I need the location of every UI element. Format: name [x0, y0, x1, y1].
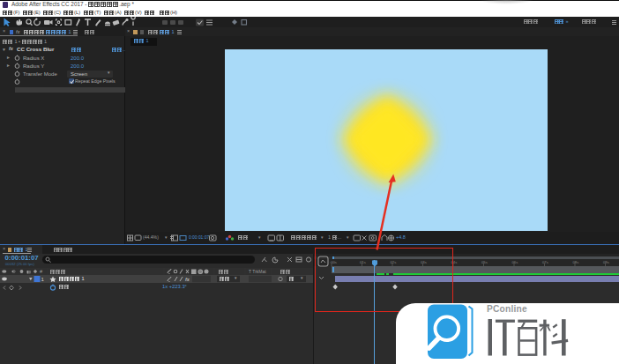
svg-text:#: # [40, 269, 43, 274]
svg-text:fx: fx [185, 277, 190, 282]
svg-text:1: 1 [41, 277, 45, 282]
